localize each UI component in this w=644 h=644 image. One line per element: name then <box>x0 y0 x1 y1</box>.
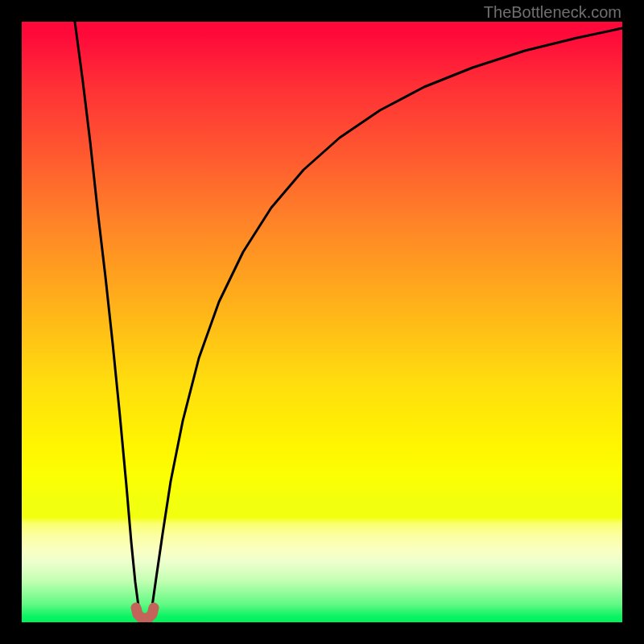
watermark-text: TheBottleneck.com <box>484 3 621 22</box>
series-trough-marker <box>136 608 154 618</box>
chart-area <box>22 22 622 622</box>
series-left-branch <box>75 22 138 606</box>
curve-overlay <box>22 22 622 622</box>
series-right-branch <box>152 28 622 606</box>
